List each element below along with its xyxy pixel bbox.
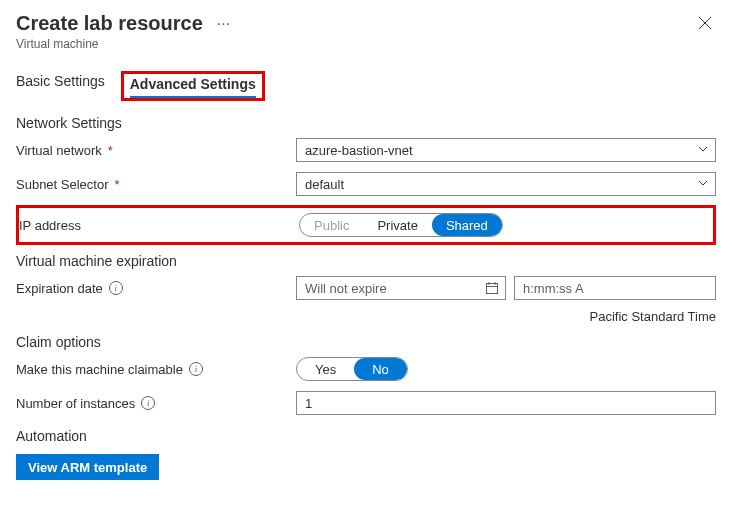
ip-option-public[interactable]: Public bbox=[300, 214, 363, 236]
section-expiration: Virtual machine expiration bbox=[16, 253, 716, 269]
claimable-label: Make this machine claimable bbox=[16, 362, 183, 377]
vnet-select-value: azure-bastion-vnet bbox=[305, 143, 413, 158]
view-arm-template-button[interactable]: View ARM template bbox=[16, 454, 159, 480]
timezone-label: Pacific Standard Time bbox=[16, 309, 716, 324]
subnet-select[interactable]: default bbox=[296, 172, 716, 196]
required-indicator: * bbox=[115, 177, 120, 192]
section-claim: Claim options bbox=[16, 334, 716, 350]
chevron-down-icon bbox=[697, 143, 709, 158]
ip-address-label: IP address bbox=[19, 218, 81, 233]
required-indicator: * bbox=[108, 143, 113, 158]
page-subtitle: Virtual machine bbox=[16, 37, 234, 51]
tab-bar: Basic Settings Advanced Settings bbox=[16, 73, 716, 101]
claimable-toggle: Yes No bbox=[296, 357, 408, 381]
instances-input[interactable] bbox=[296, 391, 716, 415]
more-actions-icon[interactable]: ··· bbox=[213, 15, 234, 33]
expiration-date-input[interactable]: Will not expire bbox=[296, 276, 506, 300]
section-automation: Automation bbox=[16, 428, 716, 444]
subnet-label: Subnet Selector bbox=[16, 177, 109, 192]
ip-address-selector: Public Private Shared bbox=[299, 213, 503, 237]
vnet-select[interactable]: azure-bastion-vnet bbox=[296, 138, 716, 162]
tab-basic-settings[interactable]: Basic Settings bbox=[16, 73, 105, 101]
ip-option-private[interactable]: Private bbox=[363, 214, 431, 236]
ip-option-shared[interactable]: Shared bbox=[432, 214, 502, 236]
expiration-date-label: Expiration date bbox=[16, 281, 103, 296]
section-network: Network Settings bbox=[16, 115, 716, 131]
info-icon[interactable]: i bbox=[189, 362, 203, 376]
chevron-down-icon bbox=[697, 177, 709, 192]
svg-rect-0 bbox=[487, 284, 498, 294]
claimable-yes[interactable]: Yes bbox=[297, 358, 354, 380]
calendar-icon[interactable] bbox=[485, 281, 499, 298]
expiration-time-placeholder: h:mm:ss A bbox=[523, 281, 584, 296]
info-icon[interactable]: i bbox=[109, 281, 123, 295]
vnet-label: Virtual network bbox=[16, 143, 102, 158]
tab-advanced-settings[interactable]: Advanced Settings bbox=[130, 76, 256, 98]
page-title: Create lab resource bbox=[16, 12, 203, 35]
instances-label: Number of instances bbox=[16, 396, 135, 411]
expiration-time-input[interactable]: h:mm:ss A bbox=[514, 276, 716, 300]
claimable-no[interactable]: No bbox=[354, 358, 407, 380]
subnet-select-value: default bbox=[305, 177, 344, 192]
expiration-date-value: Will not expire bbox=[305, 281, 387, 296]
close-icon[interactable] bbox=[694, 12, 716, 37]
info-icon[interactable]: i bbox=[141, 396, 155, 410]
